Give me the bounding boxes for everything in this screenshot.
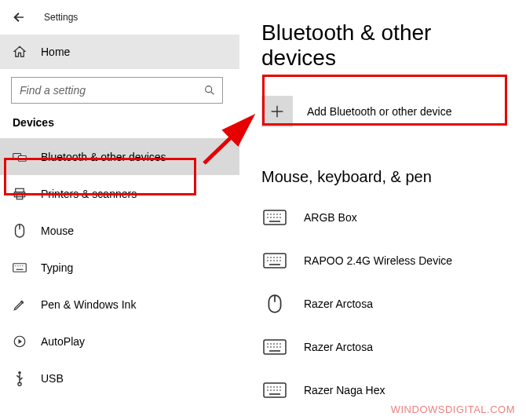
device-label: RAPOO 2.4G Wireless Device <box>304 254 452 267</box>
add-device-label: Add Bluetooth or other device <box>307 105 451 118</box>
device-label: Razer Naga Hex <box>304 384 385 396</box>
svg-point-0 <box>206 86 212 93</box>
sidebar-item-printers[interactable]: Printers & scanners <box>0 175 239 212</box>
svg-rect-5 <box>14 192 25 196</box>
home-icon <box>13 45 27 59</box>
sidebar-item-autoplay[interactable]: AutoPlay <box>0 323 239 360</box>
device-label: Razer Arctosa <box>304 298 373 310</box>
titlebar-title: Settings <box>44 12 78 23</box>
printer-icon <box>13 187 27 201</box>
mouse-icon <box>13 224 27 238</box>
keyboard-icon <box>263 209 287 226</box>
sidebar-item-label: Pen & Windows Ink <box>41 298 136 311</box>
sidebar-item-label: USB <box>41 372 64 385</box>
svg-point-16 <box>18 371 21 374</box>
keyboard-icon <box>13 261 27 275</box>
add-device-button[interactable]: Add Bluetooth or other device <box>261 88 507 135</box>
device-group-title: Mouse, keyboard, & pen <box>261 168 507 186</box>
settings-window: Settings Home Devices Bluetooth & other … <box>0 0 526 420</box>
pen-icon <box>13 298 27 312</box>
svg-rect-4 <box>16 188 24 192</box>
sidebar-item-typing[interactable]: Typing <box>0 249 239 286</box>
back-arrow-icon <box>12 10 26 24</box>
sidebar-item-label: Mouse <box>41 225 74 237</box>
sidebar-item-usb[interactable]: USB <box>0 360 239 396</box>
sidebar-item-pen[interactable]: Pen & Windows Ink <box>0 286 239 323</box>
device-row[interactable]: Razer Arctosa <box>261 282 507 325</box>
svg-line-1 <box>211 92 214 94</box>
back-button[interactable] <box>11 9 27 25</box>
mouse-icon <box>263 295 287 312</box>
plus-icon <box>261 96 293 127</box>
sidebar-item-bluetooth[interactable]: Bluetooth & other devices <box>0 138 239 175</box>
device-row[interactable]: RAPOO 2.4G Wireless Device <box>261 239 507 282</box>
search-wrap <box>0 69 239 111</box>
watermark: WINDOWSDIGITAL.COM <box>391 404 515 415</box>
keyboard-icon <box>263 252 287 269</box>
keyboard-icon <box>263 382 287 399</box>
sidebar-item-mouse[interactable]: Mouse <box>0 212 239 249</box>
device-row[interactable]: Razer Arctosa <box>261 325 507 368</box>
keyboard-icon <box>263 338 287 356</box>
search-input[interactable] <box>20 84 203 97</box>
main-panel: Bluetooth & other devices Add Bluetooth … <box>239 0 526 420</box>
device-row[interactable]: ARGB Box <box>261 195 507 239</box>
device-label: Razer Arctosa <box>304 341 373 353</box>
usb-icon <box>13 371 27 385</box>
sidebar-item-label: Typing <box>41 261 73 274</box>
sidebar-home-label: Home <box>41 46 70 58</box>
device-list: ARGB BoxRAPOO 2.4G Wireless DeviceRazer … <box>261 195 507 411</box>
sidebar: Settings Home Devices Bluetooth & other … <box>0 0 239 420</box>
device-label: ARGB Box <box>304 211 357 224</box>
search-box[interactable] <box>11 77 223 104</box>
page-title: Bluetooth & other devices <box>261 20 507 71</box>
titlebar: Settings <box>0 0 239 35</box>
bluetooth-devices-icon <box>13 150 27 164</box>
svg-point-18 <box>18 382 21 385</box>
search-icon <box>203 84 216 97</box>
sidebar-item-label: AutoPlay <box>41 335 85 348</box>
svg-rect-3 <box>19 155 27 161</box>
sidebar-item-label: Bluetooth & other devices <box>41 151 166 163</box>
sidebar-item-label: Printers & scanners <box>41 188 137 200</box>
svg-rect-9 <box>13 263 27 272</box>
sidebar-home[interactable]: Home <box>0 35 239 69</box>
section-label: Devices <box>0 111 239 138</box>
autoplay-icon <box>13 334 27 349</box>
